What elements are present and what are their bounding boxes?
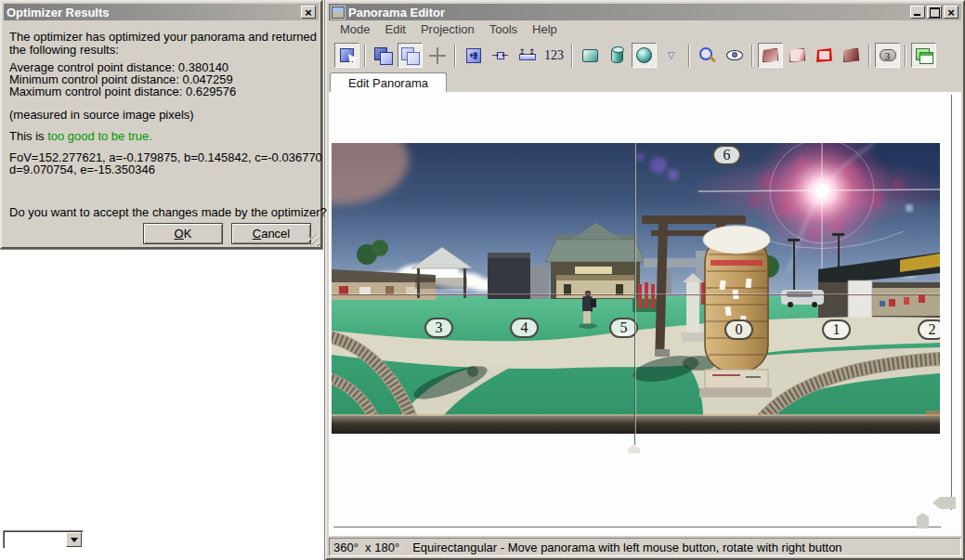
lens-combobox[interactable] [3,530,84,549]
cylinder-projection-icon [611,47,623,63]
control-points-button[interactable] [424,43,450,68]
drag-tool-icon [340,48,354,62]
maximize-icon[interactable] [927,6,942,19]
toggle-numbers-button[interactable]: 123 [541,43,567,68]
window-layout-button[interactable] [911,43,936,68]
optimizer-results-dialog: Optimizer Results The optimizer has opti… [0,0,322,249]
panorama-image[interactable] [332,143,940,434]
verdict-text: This is too good to be true. [9,130,152,143]
toolbar-separator [868,45,870,67]
yaw-slider-handle[interactable] [917,513,929,528]
status-fov-text: 360° x 180° [333,540,399,554]
image-pair-light-icon [401,47,419,64]
editor-title: Panorama Editor [348,6,908,20]
red-quad-icon [763,48,778,62]
red-quad-icon [816,48,832,62]
center-panorama-button[interactable] [488,43,513,68]
triangle-dropdown-icon [668,50,675,60]
preview-button[interactable] [722,43,747,68]
toolbar-separator [751,45,753,67]
cylindrical-projection-button[interactable] [605,43,630,68]
number-3-badge-icon: 3 [880,49,896,61]
dialog-title: Optimizer Results [7,6,299,20]
red-quad-icon [789,48,805,62]
toolbar-separator [905,45,906,67]
optimizer-verdict-prefix: This is [9,129,47,143]
menu-help[interactable]: Help [525,22,565,36]
fit-panorama-button[interactable] [461,43,486,68]
toolbar-separator [571,45,573,67]
tab-edit-panorama[interactable]: Edit Panorama [330,72,447,92]
params-line-2: d=9.070754, e=-15.350346 [9,163,155,176]
vertical-guide-line [634,143,635,446]
center-arrows-icon [492,48,509,63]
chevron-down-icon [71,538,78,542]
close-icon[interactable] [944,6,958,19]
max-distance-text: Maximum control point distance: 0.629576 [9,85,236,98]
image-number-badge[interactable]: 2 [918,319,940,340]
cancel-button-label: C [253,227,261,241]
fit-arrows-icon [466,48,481,63]
ok-button-label: O [175,227,184,241]
minimize-icon[interactable] [910,6,925,19]
drag-tool-button[interactable] [334,43,359,68]
zoom-button[interactable] [695,43,720,68]
yaw-slider-track[interactable] [333,527,941,527]
tab-bar: Edit Panorama [329,72,961,92]
accept-question-text: Do you want to accept the changes made b… [9,206,327,219]
toolbar: 123 3 [329,38,961,72]
windows-layout-icon [916,48,932,63]
menubar: Mode Edit Projection Tools Help [329,20,961,38]
image-number-badge[interactable]: 1 [822,319,851,340]
vertical-guide-handle[interactable] [628,444,640,453]
rectilinear-projection-button[interactable] [578,43,603,68]
ok-button[interactable]: OK [143,223,223,244]
image-number-badge[interactable]: 0 [724,319,753,340]
numbers-123-icon: 123 [544,48,564,63]
red-quad-icon [843,48,859,62]
panorama-editor-window: Panorama Editor Mode Edit Projection Too… [325,0,965,560]
sphere-projection-icon [636,47,652,63]
dialog-close-icon[interactable] [301,6,316,19]
fit-height-icon [519,47,536,64]
fit-height-button[interactable] [515,43,540,68]
image-number-badge[interactable]: 4 [510,318,539,338]
photometric-mode-2-button[interactable] [785,43,810,68]
photometric-mode-1-button[interactable] [758,43,783,68]
equirectangular-projection-button[interactable] [632,43,657,68]
flat-projection-icon [582,49,598,62]
projection-dropdown-button[interactable] [659,43,684,68]
menu-projection[interactable]: Projection [413,22,482,36]
horizon-guide-line [332,294,940,295]
panorama-canvas-area[interactable]: 0123456 [329,92,961,536]
image-number-badge[interactable]: 6 [712,145,741,165]
menu-edit[interactable]: Edit [378,22,413,36]
status-message-text: Equirectangular - Move panorama with lef… [412,540,841,554]
magnifier-icon [698,46,716,64]
pitch-slider-handle[interactable] [932,497,956,509]
menu-tools[interactable]: Tools [482,22,525,36]
menu-mode[interactable]: Mode [333,22,378,36]
image-number-badge[interactable]: 3 [424,318,453,338]
show-all-images-button[interactable] [371,43,396,68]
cancel-button[interactable]: Cancel [231,223,311,244]
optimizer-intro-text: The optimizer has optimized your panoram… [9,31,319,56]
editor-titlebar[interactable]: Panorama Editor [329,4,961,20]
combobox-dropdown-button[interactable] [66,532,82,547]
app-icon [332,7,345,19]
units-note-text: (measured in source image pixels) [9,109,194,122]
photometric-mode-4-button[interactable] [839,43,864,68]
pitch-slider-track[interactable] [951,95,952,510]
toolbar-separator [364,45,366,67]
resize-grip[interactable] [307,234,319,246]
photometric-mode-3-button[interactable] [812,43,837,68]
optimizer-verdict-highlight: too good to be true. [47,129,152,143]
dialog-titlebar[interactable]: Optimizer Results [4,4,319,20]
show-selected-images-button[interactable] [398,43,423,68]
toolbar-separator [688,45,690,67]
identify-images-button[interactable]: 3 [875,43,900,68]
lens-combobox-input[interactable] [6,533,65,546]
status-bar: 360° x 180° Equirectangular - Move panor… [329,538,961,556]
crosshair-icon [429,47,446,64]
eye-icon [726,50,743,60]
